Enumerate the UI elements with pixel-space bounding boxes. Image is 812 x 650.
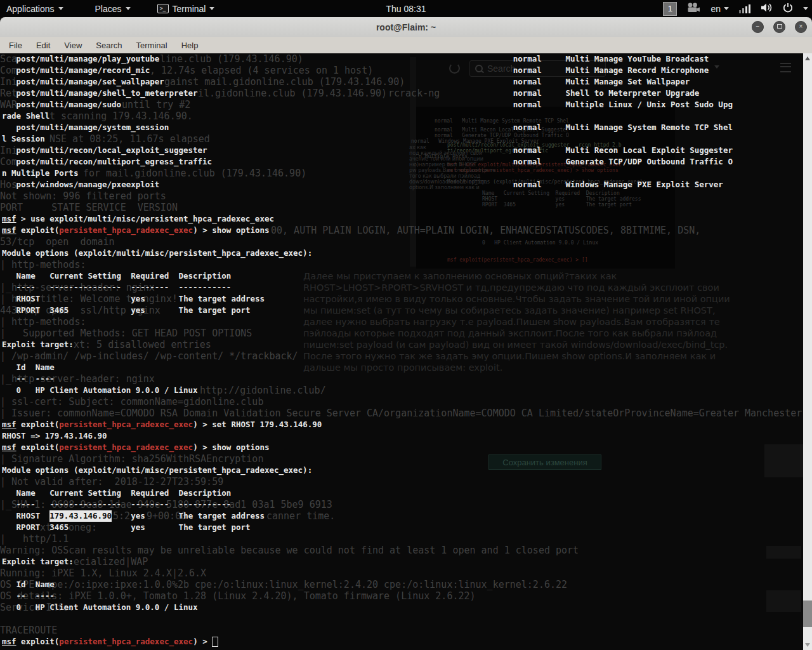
terminal-text: The target port bbox=[179, 305, 251, 316]
menu-help[interactable]: Help bbox=[174, 37, 206, 53]
terminal-text: normal bbox=[513, 53, 542, 65]
terminal-text: persistent_hpca_radexec_exec bbox=[59, 225, 193, 236]
terminal-text: n Multiple Ports bbox=[2, 168, 78, 179]
maximize-icon bbox=[777, 24, 782, 29]
terminal-text: ) > set RHOST 179.43.146.90 bbox=[193, 419, 322, 430]
terminal-scrollbar[interactable] bbox=[803, 53, 812, 650]
ghost-line: Not shown: 996 filtered ports bbox=[0, 190, 166, 202]
terminal-text: msf bbox=[2, 225, 16, 236]
chevron-down-icon bbox=[724, 7, 729, 10]
terminal-text: Module options (exploit/multi/misc/persi… bbox=[2, 465, 312, 476]
maximize-button[interactable] bbox=[773, 21, 785, 33]
ghost-line: TRACEROUTE bbox=[0, 625, 57, 636]
menu-file[interactable]: File bbox=[2, 37, 29, 53]
terminal-text: ) > bbox=[193, 636, 207, 647]
ghost-line: далее нужно выбрать нагрузку т.е payload… bbox=[303, 316, 720, 328]
terminal-line: ---- --------------- -------- ----------… bbox=[0, 282, 812, 293]
terminal-text: RPORT 3465 bbox=[2, 522, 69, 533]
close-button[interactable]: × bbox=[795, 21, 807, 33]
window-titlebar[interactable]: root@Flaim: ~ − × bbox=[0, 17, 812, 37]
terminal-text: post/multi/manage/play_youtube bbox=[16, 53, 160, 65]
terminal-text: post/multi/manage/set_wallpaper bbox=[16, 76, 164, 88]
terminal-text: Windows Manage PXE Exploit Server bbox=[566, 179, 723, 190]
power-icon[interactable] bbox=[783, 3, 793, 15]
tray-chevron-down-icon[interactable] bbox=[803, 7, 808, 10]
keyboard-layout-indicator[interactable]: en bbox=[710, 0, 729, 17]
terminal-line: Name Current Setting Required Descriptio… bbox=[0, 270, 812, 282]
terminal-text: Multi Manage Set Wallpaper bbox=[566, 76, 690, 88]
ghost-line: | Signature Algorithm: sha256WithRSAEncr… bbox=[0, 453, 263, 465]
terminal-line: Module options (exploit/multi/misc/persi… bbox=[0, 248, 812, 259]
terminal-line: RHOSTyesThe target address bbox=[0, 293, 812, 305]
terminal-text: Multi Recon Local Exploit Suggester bbox=[566, 145, 733, 156]
menu-search[interactable]: Search bbox=[89, 37, 129, 53]
workspace-indicator[interactable]: 1 bbox=[663, 2, 677, 16]
scroll-down-icon[interactable] bbox=[805, 643, 810, 647]
terminal-text: msf bbox=[2, 442, 16, 453]
terminal-text: normal bbox=[513, 76, 542, 88]
menu-edit[interactable]: Edit bbox=[29, 37, 57, 53]
clock[interactable]: Thu 08:31 bbox=[386, 0, 426, 17]
terminal-line: msf> use exploit/multi/misc/persistent_h… bbox=[0, 213, 812, 225]
ghost-line: Warning: OSScan results may be unreliabl… bbox=[0, 545, 579, 556]
terminal-line: l Session bbox=[0, 133, 812, 145]
terminal-line: msfexploit(persistent_hpca_radexec_exec)… bbox=[0, 419, 812, 430]
system-tray: 1 en bbox=[663, 0, 808, 17]
terminal-text: RHOST bbox=[2, 293, 40, 305]
terminal-text: yes bbox=[131, 522, 145, 533]
terminal-text: Name Current Setting Required Descriptio… bbox=[2, 488, 231, 499]
terminal-text: ) > show options bbox=[193, 225, 269, 236]
ghost-line: | http/1.1 bbox=[0, 533, 69, 545]
terminal-text: yes bbox=[131, 510, 145, 522]
terminal-text: RPORT 3465 bbox=[2, 305, 69, 316]
terminal-text: Exploit target: bbox=[2, 556, 74, 567]
terminal-text: persistent_hpca_radexec_exec bbox=[59, 419, 193, 430]
desktop: Applications Places >_ Terminal Thu 08:3… bbox=[0, 0, 812, 650]
terminal-text: msf bbox=[2, 636, 16, 647]
scroll-up-icon[interactable] bbox=[805, 56, 810, 60]
terminal-text: normal bbox=[513, 156, 542, 168]
terminal-line: post/multi/manage/play_youtubenormalMult… bbox=[0, 53, 812, 65]
terminal-text: ---- --------------- -------- ----------… bbox=[2, 282, 231, 293]
terminal-text: post/multi/manage/shell_to_meterpreter bbox=[16, 88, 198, 99]
places-menu[interactable]: Places bbox=[89, 0, 137, 17]
scrollbar-thumb[interactable] bbox=[803, 600, 812, 627]
terminal-menubar: File Edit View Search Terminal Help bbox=[0, 37, 812, 53]
terminal-text: normal bbox=[513, 179, 542, 190]
terminal-text: l Session bbox=[2, 133, 45, 145]
terminal-app-menu[interactable]: >_ Terminal bbox=[151, 0, 221, 17]
terminal-screen[interactable]: Search Сохранить изменения Scaline.club … bbox=[0, 53, 812, 650]
menu-view[interactable]: View bbox=[57, 37, 89, 53]
terminal-text: persistent_hpca_radexec_exec bbox=[59, 442, 193, 453]
ghost-line: После этого нужно так же задать эму опци… bbox=[303, 350, 716, 362]
minimize-button[interactable]: − bbox=[752, 21, 764, 33]
camera-icon[interactable] bbox=[687, 3, 700, 15]
terminal-text: normal bbox=[513, 88, 542, 99]
terminal-line: post/multi/manage/shell_to_meterpreterno… bbox=[0, 88, 812, 99]
ghost-line: | Issuer: commonName=COMODO RSA Domain V… bbox=[0, 408, 802, 419]
applications-menu[interactable]: Applications bbox=[0, 0, 70, 17]
menu-terminal[interactable]: Terminal bbox=[129, 37, 174, 53]
terminal-text: yes bbox=[131, 305, 145, 316]
terminal-text: RHOST bbox=[2, 510, 40, 522]
terminal-text: The target address bbox=[179, 293, 265, 305]
terminal-text: normal bbox=[513, 99, 542, 110]
keyboard-layout-label: en bbox=[710, 4, 721, 14]
terminal-cursor bbox=[212, 637, 218, 647]
ghost-line: 53/tcp open domain bbox=[0, 236, 115, 248]
network-signal-icon[interactable] bbox=[739, 4, 750, 13]
terminal-text: normal bbox=[513, 145, 542, 156]
ghost-line: Running: iPXE 1.X, Linux 2.4.X|2.6.X bbox=[0, 567, 206, 579]
clock-label: Thu 08:31 bbox=[386, 4, 426, 14]
terminal-text: post/windows/manage/pxeexploit bbox=[16, 179, 160, 190]
terminal-text: 179.43.146.90 bbox=[49, 510, 112, 522]
terminal-text: -- ---- bbox=[2, 590, 55, 602]
terminal-text: 0 HP Client Automation 9.0.0 / Linux bbox=[2, 602, 198, 613]
terminal-text: Shell to Meterpreter Upgrade bbox=[566, 88, 700, 99]
terminal-text: Multi Manage YouTube Broadcast bbox=[566, 53, 709, 65]
ghost-mini-line: Name Current Setting Required Descriptio… bbox=[482, 190, 620, 196]
terminal-line: post/multi/manage/system_sessionnormalMu… bbox=[0, 122, 812, 133]
terminal-text: RHOST => 179.43.146.90 bbox=[2, 430, 107, 442]
volume-icon[interactable] bbox=[761, 3, 773, 15]
terminal-text: ---- --------------- -------- ----------… bbox=[2, 499, 231, 510]
